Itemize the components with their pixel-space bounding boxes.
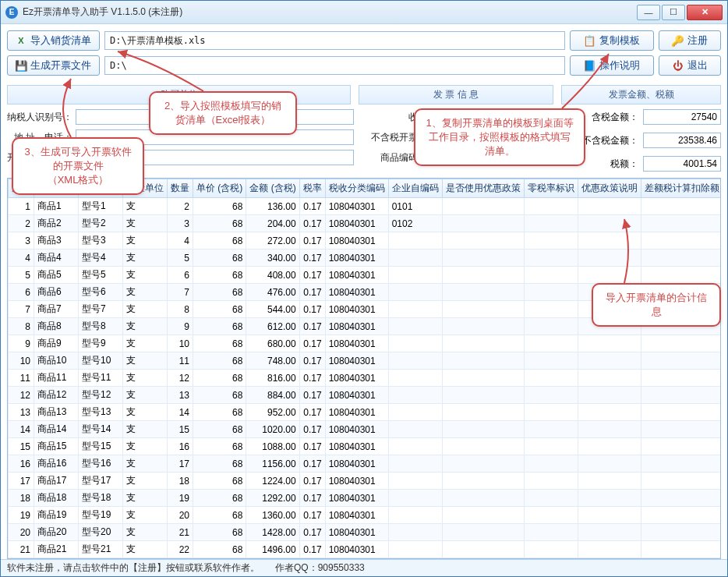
grid-cell: 0.17 <box>299 301 325 318</box>
grid-header-cell[interactable]: 数量 <box>168 179 193 198</box>
grid-cell <box>524 352 578 370</box>
grid-cell: 0101 <box>388 198 442 215</box>
table-row[interactable]: 1商品1型号1支268136.000.171080403010101 <box>9 198 722 215</box>
table-row[interactable]: 18商品18型号18支19681292.000.17108040301 <box>9 490 722 507</box>
table-row[interactable]: 12商品12型号12支1368884.000.17108040301 <box>9 387 722 404</box>
grid-cell: 1496.00 <box>246 541 299 558</box>
grid-cell <box>578 490 641 507</box>
grid-header-cell[interactable]: 企业自编码 <box>388 179 442 198</box>
grid-cell: 14 <box>168 404 193 421</box>
table-row[interactable]: 10商品10型号10支1168748.000.17108040301 <box>9 352 722 370</box>
table-row[interactable]: 2商品2型号2支368204.000.171080403010102 <box>9 215 722 232</box>
grid-cell: 支 <box>123 301 168 318</box>
grid-cell <box>524 335 578 352</box>
table-row[interactable]: 15商品15型号15支16681088.000.17108040301 <box>9 438 722 455</box>
grid-cell <box>442 318 524 335</box>
exit-button[interactable]: ⏻ 退出 <box>659 55 721 76</box>
grid-cell: 14 <box>9 421 34 438</box>
grid-cell: 5 <box>168 250 193 267</box>
grid-cell: 12 <box>168 370 193 387</box>
grid-cell: 2 <box>9 215 34 232</box>
grid-header-cell[interactable]: 零税率标识 <box>524 179 578 198</box>
grid-cell: 8 <box>9 318 34 335</box>
grid-cell: 商品20 <box>34 524 79 541</box>
grid-cell <box>578 215 641 232</box>
copy-template-button[interactable]: 📋 复制模板 <box>570 30 654 51</box>
table-row[interactable]: 20商品20型号20支21681428.000.17108040301 <box>9 524 722 541</box>
grid-cell: 108040301 <box>325 438 388 455</box>
grid-cell: 型号1 <box>79 198 123 215</box>
grid-header-cell[interactable]: 税率 <box>299 179 325 198</box>
close-button[interactable] <box>687 5 723 20</box>
import-list-button[interactable]: X 导入销货清单 <box>7 30 100 51</box>
grid-cell: 0.17 <box>299 250 325 267</box>
table-row[interactable]: 16商品16型号16支17681156.000.17108040301 <box>9 455 722 473</box>
invoice-info-header: 发 票 信 息 <box>359 85 553 104</box>
grid-cell <box>641 198 721 215</box>
grid-cell <box>524 421 578 438</box>
grid-cell <box>442 541 524 558</box>
grid-cell: 型号21 <box>79 541 123 558</box>
grid-cell: 商品19 <box>34 507 79 524</box>
output-path-input[interactable] <box>104 56 565 75</box>
grid-cell <box>524 490 578 507</box>
grid-cell <box>578 541 641 558</box>
grid-cell: 0.17 <box>299 232 325 250</box>
maximize-button[interactable] <box>662 5 685 20</box>
grid-cell: 23 <box>168 558 193 560</box>
grid-header-cell[interactable]: 是否使用优惠政策 <box>442 179 524 198</box>
grid-cell: 108040301 <box>325 267 388 284</box>
callout-2: 2、导入按照模板填写的销货清单（Excel报表） <box>149 91 297 135</box>
grid-cell <box>442 232 524 250</box>
table-row[interactable]: 22商品22型号22支23681564.000.17108040301 <box>9 558 722 560</box>
grid-header-cell[interactable]: 单价 (含税) <box>193 179 246 198</box>
grid-cell <box>442 404 524 421</box>
table-row[interactable]: 3商品3型号3支468272.000.17108040301 <box>9 232 722 250</box>
grid-wrapper[interactable]: 序号商品名称规格型号计量单位数量单价 (含税)金额 (含税)税率税收分类编码企业… <box>7 178 721 559</box>
grid-header-cell[interactable]: 税收分类编码 <box>325 179 388 198</box>
table-row[interactable]: 21商品21型号21支22681496.000.17108040301 <box>9 541 722 558</box>
table-row[interactable]: 19商品19型号19支20681360.000.17108040301 <box>9 507 722 524</box>
register-button[interactable]: 🔑 注册 <box>659 30 721 51</box>
grid-cell: 68 <box>193 438 246 455</box>
grid-cell: 0.17 <box>299 267 325 284</box>
grid-header-cell[interactable]: 金额 (含税) <box>246 179 299 198</box>
section-headers: 购买单位 发 票 信 息 发票金额、税额 <box>7 85 721 104</box>
grid-cell: 20 <box>168 507 193 524</box>
grid-cell: 17 <box>9 473 34 490</box>
grid-cell <box>524 267 578 284</box>
table-row[interactable]: 14商品14型号14支15681020.000.17108040301 <box>9 421 722 438</box>
table-row[interactable]: 11商品11型号11支1268816.000.17108040301 <box>9 370 722 387</box>
grid-cell: 型号17 <box>79 473 123 490</box>
minimize-button[interactable] <box>637 5 660 20</box>
table-row[interactable]: 9商品9型号9支1068680.000.17108040301 <box>9 335 722 352</box>
grid-cell <box>388 473 442 490</box>
toolbar-row-1: X 导入销货清单 📋 复制模板 🔑 注册 <box>7 30 721 51</box>
grid-cell: 3 <box>9 232 34 250</box>
help-button[interactable]: 📘 操作说明 <box>570 55 654 76</box>
grid-cell <box>641 215 721 232</box>
grid-cell: 型号14 <box>79 421 123 438</box>
grid-cell: 商品4 <box>34 250 79 267</box>
table-row[interactable]: 4商品4型号4支568340.000.17108040301 <box>9 250 722 267</box>
grid-cell: 108040301 <box>325 541 388 558</box>
grid-cell: 19 <box>168 490 193 507</box>
grid-cell: 18 <box>9 490 34 507</box>
table-row[interactable]: 13商品13型号13支1468952.000.17108040301 <box>9 404 722 421</box>
grid-cell <box>524 455 578 473</box>
grid-header-cell[interactable]: 优惠政策说明 <box>578 179 641 198</box>
grid-cell: 884.00 <box>246 387 299 404</box>
table-row[interactable]: 5商品5型号5支668408.000.17108040301 <box>9 267 722 284</box>
grid-cell: 商品15 <box>34 438 79 455</box>
grid-cell: 21 <box>9 541 34 558</box>
taxid-label: 纳税人识别号： <box>7 111 72 124</box>
grid-cell: 型号15 <box>79 438 123 455</box>
grid-cell: 商品3 <box>34 232 79 250</box>
grid-cell: 商品2 <box>34 215 79 232</box>
grid-header-cell[interactable]: 差额税计算扣除额 <box>641 179 721 198</box>
import-path-input[interactable] <box>104 31 565 50</box>
generate-file-button[interactable]: 💾 生成开票文件 <box>7 55 100 76</box>
table-row[interactable]: 17商品17型号17支18681224.000.17108040301 <box>9 473 722 490</box>
grid-cell <box>641 370 721 387</box>
grid-cell <box>524 558 578 560</box>
